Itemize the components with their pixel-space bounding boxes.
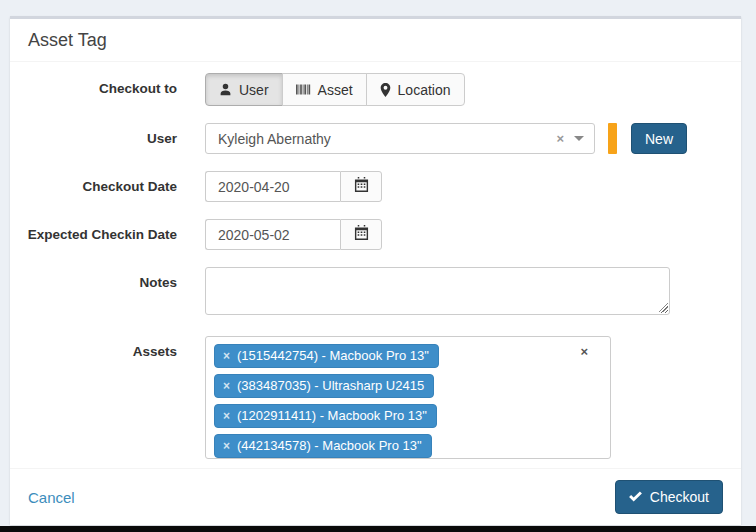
expected-checkin-date-input[interactable] — [205, 219, 340, 250]
user-label: User — [10, 123, 177, 146]
remove-asset-icon[interactable] — [223, 410, 230, 422]
new-user-button-label: New — [645, 131, 673, 147]
asset-tag-chip: (1515442754) - Macbook Pro 13" — [214, 344, 439, 368]
user-select[interactable]: Kyleigh Abernathy — [205, 123, 595, 154]
assets-multiselect[interactable]: (1515442754) - Macbook Pro 13" (38348703… — [205, 336, 611, 459]
clear-user-icon[interactable] — [556, 132, 564, 145]
expected-checkin-date-row: Expected Checkin Date — [10, 219, 741, 250]
asset-tag-label: (442134578) - Macbook Pro 13" — [237, 438, 422, 453]
checkout-button[interactable]: Checkout — [615, 480, 723, 514]
cancel-link[interactable]: Cancel — [28, 489, 75, 506]
calendar-icon — [354, 177, 369, 196]
chevron-down-icon — [574, 136, 584, 141]
checkout-form-card: Asset Tag Checkout to User — [10, 16, 741, 525]
asset-tag-chip: (383487035) - Ultrasharp U2415 — [214, 374, 434, 398]
card-header: Asset Tag — [10, 19, 741, 62]
checkout-date-calendar-button[interactable] — [340, 171, 382, 202]
card-footer: Cancel Checkout — [10, 468, 741, 525]
checkout-to-user-label: User — [239, 82, 269, 98]
checkout-to-location-label: Location — [398, 82, 451, 98]
checkout-to-user-button[interactable]: User — [205, 73, 283, 106]
checkout-to-label: Checkout to — [10, 73, 177, 96]
expected-checkin-date-label: Expected Checkin Date — [10, 219, 177, 242]
assets-label: Assets — [10, 336, 177, 359]
calendar-icon — [354, 225, 369, 244]
user-row: User Kyleigh Abernathy New — [10, 123, 741, 154]
notes-label: Notes — [10, 267, 177, 290]
new-user-button[interactable]: New — [631, 123, 687, 154]
user-selected-value: Kyleigh Abernathy — [218, 131, 556, 147]
remove-asset-icon[interactable] — [223, 380, 230, 392]
asset-tag-label: (383487035) - Ultrasharp U2415 — [237, 378, 424, 393]
asset-tag-label: (1515442754) - Macbook Pro 13" — [237, 348, 429, 363]
bottom-edge-bar — [0, 526, 756, 532]
checkout-form: Checkout to User Asset — [10, 62, 741, 468]
required-accent-bar — [608, 123, 617, 154]
barcode-icon — [296, 83, 311, 96]
checkout-to-row: Checkout to User Asset — [10, 73, 741, 106]
remove-asset-icon[interactable] — [223, 440, 230, 452]
checkout-type-button-group: User Asset Location — [205, 73, 465, 106]
assets-row: Assets (1515442754) - Macbook Pro 13" (3… — [10, 336, 741, 459]
checkout-date-input[interactable] — [205, 171, 340, 202]
checkout-button-label: Checkout — [650, 489, 709, 505]
remove-asset-icon[interactable] — [223, 350, 230, 362]
page-title: Asset Tag — [28, 30, 723, 51]
notes-row: Notes — [10, 267, 741, 319]
checkout-to-location-button[interactable]: Location — [366, 73, 465, 106]
checkout-to-asset-label: Asset — [318, 82, 353, 98]
checkout-to-asset-button[interactable]: Asset — [282, 73, 367, 106]
clear-all-assets-icon[interactable] — [580, 345, 588, 358]
asset-tag-chip: (442134578) - Macbook Pro 13" — [214, 434, 432, 458]
checkout-date-row: Checkout Date — [10, 171, 741, 202]
expected-checkin-date-calendar-button[interactable] — [340, 219, 382, 250]
user-icon — [219, 83, 232, 96]
asset-tag-label: (1202911411) - Macbook Pro 13" — [237, 408, 427, 423]
notes-textarea[interactable] — [205, 267, 670, 315]
asset-tag-chip: (1202911411) - Macbook Pro 13" — [214, 404, 437, 428]
location-pin-icon — [380, 83, 391, 97]
checkout-date-label: Checkout Date — [10, 171, 177, 194]
check-icon — [629, 489, 642, 505]
